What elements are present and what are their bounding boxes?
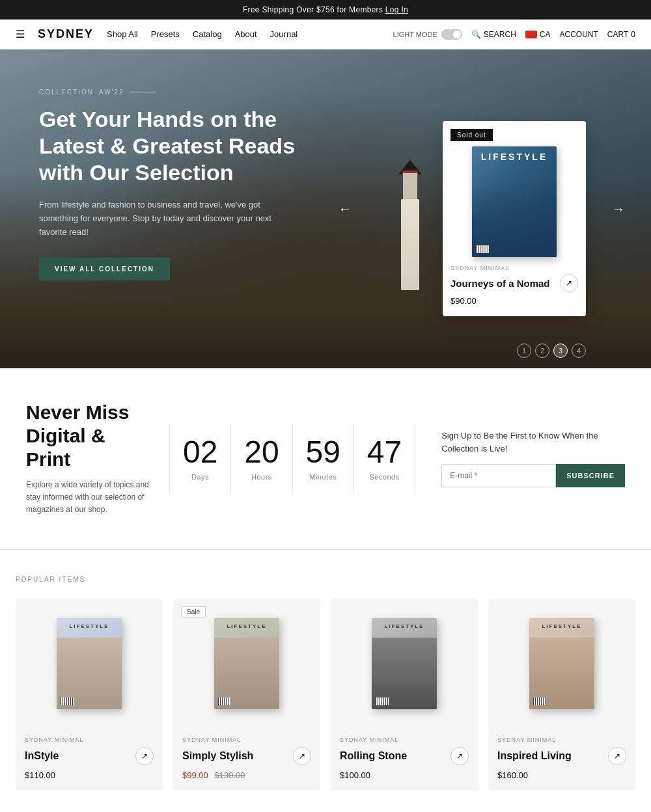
email-input[interactable] (441, 464, 556, 487)
countdown-seconds: 47 Seconds (354, 424, 415, 494)
carousel-dot-4[interactable]: 4 (572, 344, 586, 358)
seconds-number: 47 (367, 437, 402, 468)
product-card-1: LIFESTYLE SYDNAY MINIMAL InStyle ↗ $110.… (16, 599, 163, 791)
product-price-1: $110.00 (25, 770, 154, 780)
announcement-bar: Free Shipping Over $756 for Members Log … (0, 0, 651, 20)
subscribe-button[interactable]: SUBSCRIBE (556, 464, 625, 487)
country-code: CA (540, 30, 551, 39)
search-icon: 🔍 (471, 30, 481, 39)
carousel-dot-3[interactable]: 3 (553, 344, 568, 358)
minutes-number: 59 (306, 437, 340, 468)
days-label: Days (191, 473, 209, 481)
product-link-1[interactable]: ↗ (135, 747, 154, 765)
product-price-2: $99.00 $130.00 (182, 770, 311, 780)
product-name-1: InStyle (25, 750, 59, 762)
hamburger-menu[interactable]: ☰ (16, 28, 25, 40)
account-button[interactable]: ACCOUNT (560, 30, 598, 39)
subscribe-form: SUBSCRIBE (441, 464, 625, 487)
product-link-3[interactable]: ↗ (450, 747, 469, 765)
countdown-text-block: Never Miss Digital & Print Explore a wid… (26, 401, 169, 517)
sale-price-2: $99.00 (182, 770, 208, 780)
lighthouse-top (403, 173, 417, 199)
product-link-4[interactable]: ↗ (608, 747, 626, 765)
product-body-3: SYDNAY MINIMAL Rolling Stone ↗ $100.00 (331, 729, 478, 791)
subscribe-title: Sign Up to Be the First to Know When the… (441, 429, 625, 455)
hero-product-link[interactable]: ↗ (560, 274, 578, 292)
collection-text: COLLECTION (39, 88, 94, 96)
product-name-2: Simply Stylish (182, 750, 253, 762)
magazine-mock-4: LIFESTYLE (529, 618, 594, 709)
barcode (476, 245, 489, 253)
product-price-3: $100.00 (340, 770, 469, 780)
carousel-dot-1[interactable]: 1 (517, 344, 531, 358)
mag-title-3: LIFESTYLE (372, 623, 437, 629)
carousel-arrow-left[interactable]: ← (339, 202, 352, 217)
nav-catalog[interactable]: Catalog (193, 29, 222, 39)
search-button[interactable]: 🔍 SEARCH (471, 30, 516, 39)
nav-presets[interactable]: Presets (151, 29, 180, 39)
old-price-2: $130.00 (214, 770, 245, 780)
product-brand-2: SYDNAY MINIMAL (182, 737, 311, 743)
cart-label: CART (607, 30, 628, 39)
product-image-4: LIFESTYLE (488, 599, 635, 729)
hero-collection-label: COLLECTION AW'22 (39, 88, 312, 96)
product-body-4: SYDNAY MINIMAL Inspired Living ↗ $160.00 (488, 729, 635, 791)
countdown-title: Never Miss Digital & Print (26, 401, 150, 471)
product-card-4: LIFESTYLE SYDNAY MINIMAL Inspired Living… (488, 599, 635, 791)
nav-about[interactable]: About (235, 29, 257, 39)
product-body-1: SYDNAY MINIMAL InStyle ↗ $110.00 (16, 729, 163, 791)
carousel-arrow-right[interactable]: → (612, 202, 625, 217)
product-info-1: InStyle ↗ (25, 747, 154, 765)
barcode-4 (533, 697, 546, 705)
nav-journal[interactable]: Journal (270, 29, 298, 39)
hero-product-info: Journeys of a Nomad ↗ (443, 274, 586, 292)
product-card-2: Sale LIFESTYLE SYDNAY MINIMAL Simply Sty… (173, 599, 320, 791)
product-info-3: Rolling Stone ↗ (340, 747, 469, 765)
announcement-link[interactable]: Log In (385, 5, 408, 14)
hero-product-card: Sold out LIFESTYLE SYDNAY MINIMAL Journe… (443, 121, 586, 316)
hero-product-price: $90.00 (443, 296, 586, 306)
site-logo[interactable]: SYDNEY (38, 27, 94, 41)
hero-product-brand: SYDNAY MINIMAL (443, 265, 586, 271)
product-name-4: Inspired Living (497, 750, 572, 762)
seconds-label: Seconds (369, 473, 399, 481)
light-mode-label: LIGHT MODE (393, 31, 437, 38)
collection-season: AW'22 (99, 88, 124, 96)
countdown-description: Explore a wide variety of topics and sta… (26, 479, 150, 517)
hero-product-image: LIFESTYLE (472, 146, 557, 257)
magazine-mock-1: LIFESTYLE (57, 618, 122, 709)
product-brand-1: SYDNAY MINIMAL (25, 737, 154, 743)
header-right: LIGHT MODE 🔍 SEARCH CA ACCOUNT CART 0 (393, 29, 635, 40)
section-label: POPULAR ITEMS (16, 576, 635, 583)
search-label: SEARCH (484, 30, 516, 39)
countdown-days: 02 Days (170, 424, 231, 494)
countdown-timer: 02 Days 20 Hours 59 Minutes 47 Seconds (169, 424, 415, 494)
sold-out-badge: Sold out (450, 129, 493, 141)
mag-title-1: LIFESTYLE (57, 623, 122, 629)
nav-shop-all[interactable]: Shop All (107, 29, 138, 39)
flag-icon (525, 31, 537, 38)
cart-button[interactable]: CART 0 (607, 30, 635, 39)
carousel-dot-2[interactable]: 2 (535, 344, 549, 358)
product-price-4: $160.00 (497, 770, 626, 780)
lighthouse-body (401, 199, 419, 290)
hero-content: COLLECTION AW'22 Get Your Hands on the L… (39, 88, 312, 280)
product-image-2: Sale LIFESTYLE (173, 599, 320, 729)
hero-product-name: Journeys of a Nomad (450, 278, 550, 289)
product-image-1: LIFESTYLE (16, 599, 163, 729)
toggle-knob (453, 31, 461, 38)
light-mode-toggle[interactable]: LIGHT MODE (393, 29, 462, 40)
product-brand-4: SYDNAY MINIMAL (497, 737, 626, 743)
magazine-mock-3: LIFESTYLE (372, 618, 437, 709)
hero-description: From lifestyle and fashion to business a… (39, 198, 273, 239)
hero-lighthouse (384, 160, 436, 290)
toggle-switch[interactable] (441, 29, 462, 40)
product-name-3: Rolling Stone (340, 750, 407, 762)
country-selector[interactable]: CA (525, 30, 551, 39)
hero-cta-button[interactable]: VIEW ALL COLLECTION (39, 258, 170, 280)
product-link-2[interactable]: ↗ (293, 747, 311, 765)
account-label: ACCOUNT (560, 30, 598, 39)
hours-number: 20 (244, 437, 279, 468)
sale-badge-2: Sale (181, 606, 206, 617)
barcode-3 (376, 697, 389, 705)
